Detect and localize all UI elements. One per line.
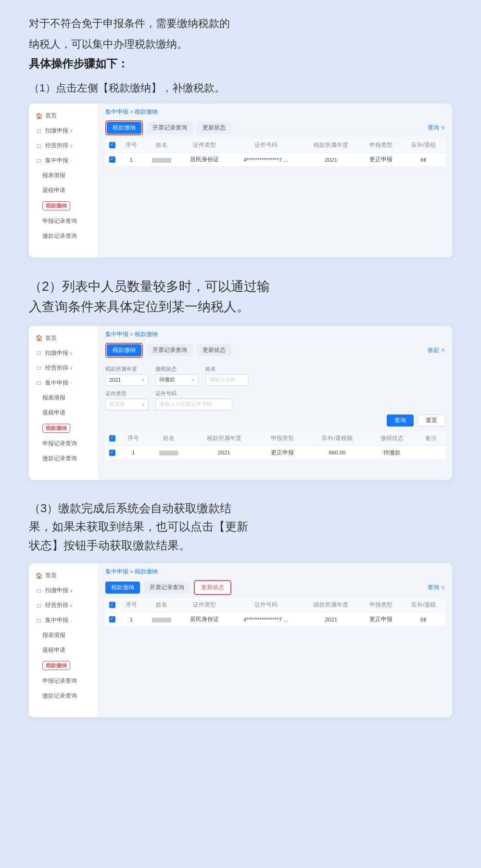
ss2-th-note: 备注 [416,431,445,446]
filter-cert-type-select[interactable]: 请选择 ∨ [105,399,149,410]
name-blur2 [159,451,178,455]
sidebar-form-fill[interactable]: 报表填报 [29,168,98,183]
ss2-sidebar-tax-report[interactable]: □ 扣缴申报 ∨ [29,346,98,361]
home-icon2: 🏠 [36,335,42,341]
ss3-sidebar-business-income[interactable]: □ 经营所得 ∨ [29,598,98,613]
th-year: 税款所属年度 [302,138,360,153]
sidebar-tax-payment[interactable]: 税款缴纳 [29,198,98,214]
ss3-sidebar-form-fill[interactable]: 报表填报 [29,628,98,643]
table-row: 1 居民身份证 4***************7 ... 2021 更正申报 … [105,153,445,167]
ss2-sidebar-form-fill[interactable]: 报表填报 [29,390,98,405]
ss2-tab-open-record[interactable]: 开票记录查询 [147,344,193,356]
chevron-down-icon: ∨ [141,377,145,382]
filter-status-select[interactable]: 待缴款 ∨ [155,374,199,386]
ss3-sidebar-tax-refund[interactable]: 退税申请 [29,643,98,658]
ss3-sidebar-tax-report[interactable]: □ 扣缴申报 ∨ [29,583,98,598]
filter-year-select[interactable]: 2021 ∨ [105,374,149,386]
ss3-sidebar: 🏠 首页 □ 扣缴申报 ∨ □ 经营所得 ∨ □ 集中申报 − [29,563,99,717]
filter-status-group: 缴税状态 待缴款 ∨ [155,365,199,386]
ss2-tabs: 税款缴纳 开票记录查询 更新状态 收起 ∧ [99,340,452,361]
ss2-query-toggle[interactable]: 收起 ∧ [428,347,445,354]
ss3-header-checkbox[interactable] [109,602,115,608]
ss3-td-checkbox[interactable] [105,612,119,627]
ss3-query-toggle[interactable]: 查询 ∨ [428,584,445,591]
ss2-tab-tax-payment[interactable]: 税款缴纳 [107,344,141,356]
th-report-type: 申报类型 [360,138,402,153]
step1-label: （1）点击左侧【税款缴纳】，补缴税款。 [29,79,452,97]
sidebar-tax-report[interactable]: □ 扣缴申报 ∨ [29,123,98,138]
ss2-sidebar-report-query[interactable]: 申报记录查询 [29,436,98,451]
ss3-main: 集中申报 > 税款缴纳 税款缴纳 开票记录查询 更新状态 查询 ∨ [99,563,452,717]
ss1-sidebar: 🏠 首页 □ 扣缴申报 ∨ □ 经营所得 ∨ □ 集中申报 − [29,104,99,258]
filter-cert-no-label: 证件号码 [155,390,232,397]
ss2-td-status: 待缴款 [367,445,416,460]
ss2-header-checkbox[interactable] [109,435,115,441]
reset-button[interactable]: 重置 [418,415,445,427]
td-year: 2021 [302,153,360,167]
ss2-th-tax: 应补/退税额 [307,431,368,446]
td-report-type: 更正申报 [360,153,402,167]
ss3-sidebar-payment-query[interactable]: 缴款记录查询 [29,688,98,703]
ss2-td-note [416,445,445,460]
td-seq: 1 [119,153,144,167]
ss2-breadcrumb: 集中申报 > 税款缴纳 [99,326,452,340]
td-checkbox[interactable] [105,153,119,167]
row1-checkbox[interactable] [109,156,115,163]
ss3-th-checkbox [105,598,119,612]
ss3-row1-checkbox[interactable] [109,616,115,622]
expand-icon5: ∨ [69,365,73,371]
th-tax: 应补/退税 [402,138,445,153]
tax-payment-tag[interactable]: 税款缴纳 [42,201,70,210]
ss2-sidebar-tax-refund[interactable]: 退税申请 [29,405,98,420]
header-checkbox[interactable] [109,142,115,148]
ss2-sidebar-business-income[interactable]: □ 经营所得 ∨ [29,361,98,376]
tax-payment-tag3[interactable]: 税款缴纳 [42,661,70,670]
ss3-sidebar-tax-payment[interactable]: 税款缴纳 [29,658,98,674]
sidebar-report-query[interactable]: 申报记录查询 [29,214,98,229]
ss2-td-year: 2021 [190,445,258,460]
name-blur [152,158,171,163]
filter-name-group: 姓名 请输入全称 [205,365,249,386]
ss2-td-tax: 660.00 [307,445,368,460]
ss2-row1-checkbox[interactable] [109,450,115,456]
ss3-tab-open-record[interactable]: 开票记录查询 [144,582,190,594]
sidebar-business-income[interactable]: □ 经营所得 ∨ [29,138,98,153]
query-button[interactable]: 查询 [387,415,414,427]
tab-update-status-box: 更新状态 [194,580,231,595]
ss2-sidebar-payment-query[interactable]: 缴款记录查询 [29,451,98,466]
filter-year-value: 2021 [109,377,121,383]
filter-cert-no-group: 证件号码 请输入六位数证件号码 [155,390,232,410]
ss2-td-checkbox[interactable] [105,445,119,460]
tax-payment-tag2[interactable]: 税款缴纳 [42,424,70,433]
tab-open-record[interactable]: 开票记录查询 [147,122,193,134]
sidebar-home[interactable]: 🏠 首页 [29,108,98,123]
ss3-table-wrap: 序号 姓名 证件类型 证件号码 税款所属年度 申报类型 应补/退税 [99,598,452,634]
ss3-sidebar-report-query[interactable]: 申报记录查询 [29,674,98,688]
report-icon2: □ [36,350,42,356]
tab-update-status[interactable]: 更新状态 [197,122,231,134]
ss3-sidebar-collective-report[interactable]: □ 集中申报 − [29,613,98,628]
report-icon3: □ [36,587,42,594]
table-row: 1 居民身份证 4***************7 ... 2021 更正申报 … [105,612,445,627]
sidebar-collective-report[interactable]: □ 集中申报 − [29,153,98,168]
ss1-tabs: 税款缴纳 开票记录查询 更新状态 查询 ∨ [99,117,452,138]
tab-tax-payment[interactable]: 税款缴纳 [107,122,141,134]
query-toggle[interactable]: 查询 ∨ [428,124,445,131]
ss3-sidebar-home[interactable]: 🏠 首页 [29,568,98,583]
ss2-tab-update-status[interactable]: 更新状态 [197,344,231,356]
expand-icon7: ∨ [69,587,73,594]
ss2-sidebar-tax-payment[interactable]: 税款缴纳 [29,420,98,436]
sidebar-payment-query[interactable]: 缴款记录查询 [29,229,98,244]
filter-name-input[interactable]: 请输入全称 [205,374,249,386]
ss1-table: 序号 姓名 证件类型 证件号码 税款所属年度 申报类型 应补/退税 [105,138,445,167]
ss3-tab-tax-payment[interactable]: 税款缴纳 [105,582,140,594]
filter-cert-no-input[interactable]: 请输入六位数证件号码 [155,399,232,410]
ss3-tab-update-status[interactable]: 更新状态 [195,582,230,594]
filter-year-label: 税款所属年度 [105,365,149,373]
filter-btn-row: 查询 重置 [105,415,445,427]
ss3-th-report-type: 申报类型 [360,598,402,612]
sidebar-tax-refund[interactable]: 退税申请 [29,183,98,198]
step3-label: （3）缴款完成后系统会自动获取缴款结果，如果未获取到结果，也可以点击【更新状态】… [29,499,452,555]
ss2-sidebar-collective-report[interactable]: □ 集中申报 − [29,376,98,390]
ss2-sidebar-home[interactable]: 🏠 首页 [29,331,98,346]
